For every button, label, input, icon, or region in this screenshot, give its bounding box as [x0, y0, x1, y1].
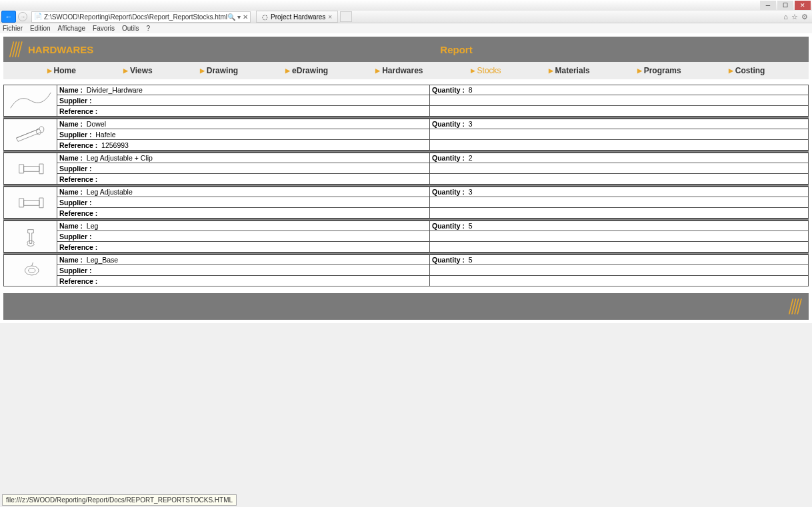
table-row: Name : Divider_HardwareQuantity : 8Suppl…: [3, 85, 809, 117]
field-label: Name :: [59, 120, 83, 128]
nav-item-costing[interactable]: ▶Costing: [729, 66, 765, 75]
menu-edition[interactable]: Edition: [30, 25, 51, 32]
tools-icon[interactable]: ⚙: [801, 13, 808, 21]
field-value: 5: [469, 222, 473, 230]
cell-right: [430, 265, 808, 275]
home-icon[interactable]: ⌂: [783, 13, 788, 21]
nav-item-views[interactable]: ▶Views: [123, 66, 153, 75]
cell-left: Supplier :: [57, 265, 430, 275]
nav-item-materials[interactable]: ▶Materials: [549, 66, 590, 75]
nav-item-home[interactable]: ▶Home: [47, 66, 76, 75]
tab-loading-icon: ◌: [262, 13, 268, 21]
nav-back-button[interactable]: ←: [1, 11, 16, 23]
hardware-fields: Name : LegQuantity : 5Supplier : Referen…: [57, 221, 809, 253]
cell-left: Name : Leg Adjustable + Clip: [57, 153, 430, 163]
field-label: Quantity :: [432, 86, 465, 94]
cell-right: [430, 95, 808, 105]
nav-row: ▶Home▶Views▶Drawing▶eDrawing▶Hardwares▶S…: [3, 62, 809, 79]
nav-label: Hardwares: [382, 66, 423, 75]
hardware-thumbnail: [3, 187, 57, 219]
nav-item-edrawing[interactable]: ▶eDrawing: [285, 66, 328, 75]
cell-left: Reference :: [57, 174, 430, 184]
cell-right: Quantity : 2: [430, 153, 808, 163]
menu-fichier[interactable]: Fichier: [3, 25, 23, 32]
menu-affichage[interactable]: Affichage: [58, 25, 86, 32]
field-line: Name : Leg Adjustable + ClipQuantity : 2: [57, 153, 809, 163]
hardware-thumbnail: [3, 153, 57, 185]
cell-left: Name : Dowel: [57, 119, 430, 129]
triangle-icon: ▶: [375, 67, 380, 74]
window-minimize-button[interactable]: ─: [760, 1, 776, 10]
cell-right: [430, 163, 808, 173]
cell-right: Quantity : 8: [430, 85, 808, 95]
nav-forward-button[interactable]: →: [18, 12, 27, 21]
field-value: Leg Adjustable: [87, 188, 133, 196]
swood-footer-logo-icon: [786, 296, 803, 316]
cell-right: [430, 208, 808, 218]
field-label: Name :: [59, 86, 83, 94]
field-line: Name : Leg_BaseQuantity : 5: [57, 254, 809, 265]
field-value: Leg_Base: [87, 256, 118, 264]
page-title: HARDWARES: [28, 44, 93, 55]
nav-item-hardwares[interactable]: ▶Hardwares: [375, 66, 423, 75]
table-row: Name : Leg Adjustable + ClipQuantity : 2…: [3, 153, 809, 185]
hardware-fields: Name : Divider_HardwareQuantity : 8Suppl…: [57, 85, 809, 117]
table-row: Name : Leg AdjustableQuantity : 3Supplie…: [3, 187, 809, 219]
field-label: Reference :: [59, 243, 97, 251]
menu-bar: Fichier Edition Affichage Favoris Outils…: [0, 23, 812, 33]
field-label: Reference :: [59, 141, 97, 149]
window-maximize-button[interactable]: ☐: [777, 1, 793, 10]
cell-right: [430, 276, 808, 286]
table-row: Name : DowelQuantity : 3Supplier : Hafel…: [3, 119, 809, 151]
field-line: Name : Leg AdjustableQuantity : 3: [57, 187, 809, 197]
address-controls: 🔍▾✕: [227, 13, 248, 21]
new-tab-button[interactable]: [340, 11, 352, 22]
swood-logo-icon: [6, 39, 25, 59]
field-value: Dowel: [87, 120, 106, 128]
hardware-thumbnail: [3, 254, 57, 286]
cell-left: Reference :: [57, 208, 430, 218]
field-label: Name :: [59, 222, 83, 230]
address-text: Z:\SWOOD\Reporting\Report\Docs\Report_Re…: [44, 13, 227, 21]
header-band: HARDWARES Report: [3, 37, 809, 62]
field-value: 3: [469, 120, 473, 128]
cell-left: Reference : 1256993: [57, 140, 430, 150]
nav-label: Costing: [735, 66, 765, 75]
tab-title: Project Hardwares: [271, 13, 325, 21]
cell-right: Quantity : 5: [430, 221, 808, 231]
browser-tab[interactable]: ◌ Project Hardwares ×: [256, 11, 338, 23]
cell-right: [430, 129, 808, 139]
browser-right-icons: ⌂ ☆ ⚙: [783, 13, 808, 21]
triangle-icon: ▶: [200, 67, 205, 74]
menu-outils[interactable]: Outils: [122, 25, 139, 32]
menu-help[interactable]: ?: [146, 25, 150, 32]
cell-left: Supplier :: [57, 231, 430, 241]
triangle-icon: ▶: [549, 67, 553, 74]
field-line: Supplier :: [57, 95, 809, 106]
favorites-icon[interactable]: ☆: [791, 13, 798, 21]
field-line: Reference : 1256993: [57, 140, 809, 151]
field-label: Supplier :: [59, 165, 91, 173]
tab-close-button[interactable]: ×: [328, 13, 332, 21]
field-label: Quantity :: [432, 188, 465, 196]
nav-item-stocks[interactable]: ▶Stocks: [471, 66, 501, 75]
nav-label: Views: [130, 66, 153, 75]
menu-favoris[interactable]: Favoris: [93, 25, 115, 32]
field-label: Quantity :: [432, 222, 465, 230]
cell-right: Quantity : 5: [430, 255, 808, 264]
field-value: Leg: [87, 222, 99, 230]
field-line: Name : LegQuantity : 5: [57, 221, 809, 231]
nav-item-programs[interactable]: ▶Programs: [637, 66, 681, 75]
triangle-icon: ▶: [729, 67, 733, 74]
window-close-button[interactable]: ✕: [795, 1, 811, 10]
field-line: Supplier :: [57, 197, 809, 208]
cell-right: [430, 106, 808, 116]
field-label: Supplier :: [59, 233, 91, 241]
field-label: Reference :: [59, 175, 97, 183]
field-label: Name :: [59, 188, 83, 196]
field-label: Name :: [59, 154, 83, 162]
nav-item-drawing[interactable]: ▶Drawing: [200, 66, 238, 75]
field-line: Reference :: [57, 106, 809, 117]
address-bar[interactable]: 📄 Z:\SWOOD\Reporting\Report\Docs\Report_…: [31, 11, 251, 23]
field-label: Supplier :: [59, 266, 91, 274]
